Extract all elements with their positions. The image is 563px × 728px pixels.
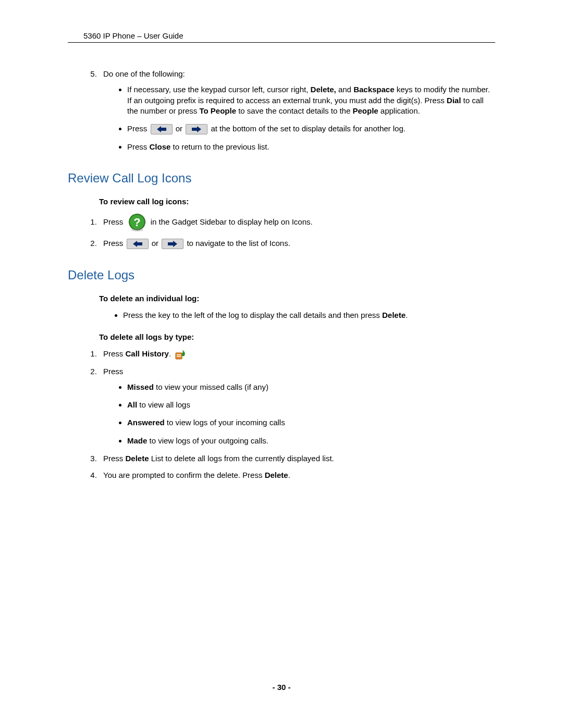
help-icon: ? xyxy=(128,213,146,232)
delete-all-steps: Press Call History. Press Missed to view… xyxy=(99,349,495,481)
subhead-delete-individual: To delete an individual log: xyxy=(99,294,495,303)
bullet-missed: Missed to view your missed calls (if any… xyxy=(127,382,495,392)
step5-bullet-close: Press Close to return to the previous li… xyxy=(127,142,495,152)
subhead-review: To review call log icons: xyxy=(99,197,495,206)
header-title: 5360 IP Phone – User Guide xyxy=(83,31,183,40)
delete-all-step-1: Press Call History. xyxy=(99,349,495,360)
continuation-list: Do one of the following: If necessary, u… xyxy=(99,69,495,152)
svg-marker-0 xyxy=(157,126,166,132)
review-step-1: Press ? in the Gadget Sidebar to display… xyxy=(99,213,495,232)
step-5-bullets: If necessary, use the keypad cursor left… xyxy=(127,84,495,152)
arrow-left-icon xyxy=(151,124,173,134)
arrow-right-icon xyxy=(186,124,207,134)
delete-all-step-3: Press Delete List to delete all logs fro… xyxy=(99,453,495,464)
delete-individual-bullets: Press the key to the left of the log to … xyxy=(123,310,495,320)
step5-bullet-nav: Press or at the bottom of the set to dis… xyxy=(127,124,495,134)
page: 5360 IP Phone – User Guide Do one of the… xyxy=(0,0,563,728)
delete-all-step-2: Press Missed to view your missed calls (… xyxy=(99,366,495,446)
svg-rect-8 xyxy=(177,354,181,355)
svg-marker-1 xyxy=(192,126,201,132)
review-steps: Press ? in the Gadget Sidebar to display… xyxy=(99,213,495,249)
page-number: - 30 - xyxy=(0,683,563,692)
call-history-icon xyxy=(175,349,187,360)
delete-individual-bullet: Press the key to the left of the log to … xyxy=(123,310,495,320)
svg-marker-5 xyxy=(133,241,142,247)
step-5-lead: Do one of the following: xyxy=(103,69,185,78)
heading-delete: Delete Logs xyxy=(68,268,495,282)
delete-all-step-4: You are prompted to confirm the delete. … xyxy=(99,470,495,480)
delete-all-step-2-bullets: Missed to view your missed calls (if any… xyxy=(127,382,495,446)
svg-rect-9 xyxy=(177,356,181,357)
heading-review: Review Call Log Icons xyxy=(68,171,495,186)
svg-marker-6 xyxy=(168,241,177,247)
arrow-right-icon xyxy=(162,239,183,249)
bullet-made: Made to view logs of your outgoing calls… xyxy=(127,436,495,446)
subhead-delete-all: To delete all logs by type: xyxy=(99,332,495,341)
step-5: Do one of the following: If necessary, u… xyxy=(99,69,495,152)
review-step-2: Press or to navigate to the list of Icon… xyxy=(99,238,495,249)
bullet-all: All to view all logs xyxy=(127,400,495,410)
bullet-answered: Answered to view logs of your incoming c… xyxy=(127,417,495,428)
svg-text:?: ? xyxy=(133,216,140,229)
page-header: 5360 IP Phone – User Guide xyxy=(68,31,495,43)
arrow-left-icon xyxy=(127,239,149,249)
step5-bullet-modify: If necessary, use the keypad cursor left… xyxy=(127,84,495,116)
